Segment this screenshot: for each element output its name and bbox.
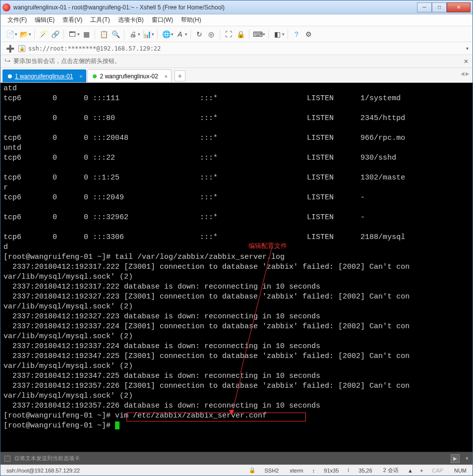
menubar: 文件(F) 编辑(E) 查看(V) 工具(T) 选项卡(B) 窗口(W) 帮助(… (0, 14, 473, 26)
wand-icon[interactable]: 🪄 (38, 29, 49, 40)
menu-help[interactable]: 帮助(H) (178, 15, 204, 25)
size-icon: ↕ (312, 468, 315, 474)
menu-window[interactable]: 窗口(W) (149, 15, 176, 25)
address-url[interactable]: ssh://root:********@192.168.57.129:22 (28, 45, 463, 52)
fullscreen-icon[interactable]: ⛶ (223, 29, 234, 40)
layout-icon[interactable]: ◧ (272, 29, 283, 40)
print-icon[interactable]: 🖨 (127, 29, 138, 40)
tipbar: ⮡ 要添加当前会话，点击左侧的箭头按钮。 ✕ (0, 55, 473, 68)
separator (124, 29, 124, 39)
maximize-button[interactable]: □ (432, 2, 447, 12)
window-title: wangruifenglinux-01 - root@wangruifeng-0… (13, 4, 417, 11)
status-term: xterm (288, 468, 305, 474)
annotation-text: 编辑配置文件 (248, 241, 287, 251)
chevron-down-icon[interactable]: ▾ (263, 32, 265, 37)
close-button[interactable]: ✕ (447, 2, 471, 12)
arrow-icon[interactable]: ⮡ (4, 58, 10, 65)
statusbar: ssh://root@192.168.57.129:22 🔒 SSH2 xter… (0, 465, 473, 476)
refresh-icon[interactable]: ↻ (194, 29, 205, 40)
separator (220, 29, 220, 39)
status-pos: 35,26 (356, 468, 374, 474)
chevron-down-icon[interactable]: ▾ (138, 32, 140, 37)
add-tab-button[interactable]: + (175, 70, 185, 81)
pos-icon: ⁞ (348, 467, 350, 474)
target-icon[interactable]: ◎ (206, 29, 217, 40)
close-tab-icon[interactable]: × (79, 73, 82, 79)
search-icon[interactable]: 🔍 (110, 29, 121, 40)
app-icon (2, 3, 10, 11)
toolbar: 📄▾ 📂▾ 🪄 🔗 🗔▾ ▦ 📋 🔍 🖨▾ 📊▾ 🌐▾ A▾ ↻ ◎ ⛶ 🔒 ⌨… (0, 26, 473, 42)
status-sessions: 2 会话 (381, 467, 401, 474)
separator (34, 29, 35, 39)
tab-label: 2 wangrufienglinux-02 (100, 73, 158, 80)
separator (95, 29, 95, 39)
chevron-down-icon[interactable]: ▾ (185, 32, 187, 37)
tip-text: 要添加当前会话，点击左侧的箭头按钮。 (13, 57, 120, 65)
chevron-down-icon[interactable]: ▾ (466, 455, 469, 462)
menu-view[interactable]: 查看(V) (59, 15, 85, 25)
tab-session-1[interactable]: 1 wangruifenglinux-01 × (2, 69, 86, 82)
tab-nav: ◀ ▶ (461, 71, 470, 76)
menu-edit[interactable]: 编辑(E) (32, 15, 58, 25)
tab-session-2[interactable]: 2 wangrufienglinux-02 × (87, 69, 171, 82)
tab-label: 1 wangruifenglinux-01 (15, 73, 73, 80)
prev-tab-icon[interactable]: ◀ (461, 71, 465, 76)
add-icon[interactable]: ➕ (4, 43, 15, 54)
send-checkbox[interactable] (4, 456, 10, 462)
window-icon[interactable]: 🗔 (67, 29, 78, 40)
menu-tools[interactable]: 工具(T) (87, 15, 113, 25)
close-tab-icon[interactable]: × (164, 73, 167, 79)
terminal-output: atd tcp6 0 0 :::111 :::* LISTEN 1/system… (3, 84, 410, 430)
status-dot-icon (93, 74, 97, 78)
window-buttons: ─ □ ✕ (417, 2, 471, 12)
addressbar: ➕ 🔒 ssh://root:********@192.168.57.129:2… (0, 42, 473, 55)
sendbar-label: 仅将文本发送到当前选项卡 (14, 455, 80, 462)
lock-icon: 🔒 (18, 45, 25, 52)
sessions-icon[interactable]: ▲ (408, 468, 413, 474)
separator (288, 29, 288, 39)
separator (190, 29, 191, 39)
gear-icon[interactable]: ⚙ (303, 29, 314, 40)
status-url: ssh://root@192.168.57.129:22 (4, 468, 82, 474)
status-size: 91x35 (322, 468, 341, 474)
keyboard-icon[interactable]: ⌨ (252, 29, 263, 40)
menu-file[interactable]: 文件(F) (4, 15, 30, 25)
globe-icon[interactable]: 🌐 (161, 29, 172, 40)
cursor (115, 421, 119, 429)
status-num: NUM (452, 468, 469, 474)
chevron-down-icon[interactable]: ▾ (171, 32, 174, 37)
chevron-down-icon[interactable]: ▾ (29, 32, 31, 37)
chevron-down-icon[interactable]: ▾ (466, 46, 469, 51)
chevron-down-icon[interactable]: ▾ (77, 32, 80, 37)
separator (157, 29, 158, 39)
menu-tab[interactable]: 选项卡(B) (115, 15, 147, 25)
chevron-down-icon[interactable]: ▾ (152, 32, 154, 37)
annotation-box (126, 413, 306, 421)
font-icon[interactable]: A (175, 29, 185, 40)
terminal[interactable]: atd tcp6 0 0 :::111 :::* LISTEN 1/system… (0, 83, 473, 452)
sendbar: 仅将文本发送到当前选项卡 ▶ ▾ (0, 452, 473, 465)
separator (249, 29, 249, 39)
plus-icon[interactable]: + (420, 468, 423, 474)
chevron-down-icon[interactable]: ▾ (15, 32, 17, 37)
separator (63, 29, 64, 39)
tabbar: 1 wangruifenglinux-01 × 2 wangrufienglin… (0, 68, 473, 83)
lock-icon: 🔒 (249, 467, 256, 474)
chevron-down-icon[interactable]: ▾ (282, 32, 285, 37)
open-icon[interactable]: 📂 (18, 29, 29, 40)
status-dot-icon (8, 74, 12, 78)
grid-icon[interactable]: ▦ (81, 29, 92, 40)
minimize-button[interactable]: ─ (417, 2, 432, 12)
copy-icon[interactable]: 📋 (98, 29, 109, 40)
status-cap: CAP (430, 468, 445, 474)
status-ssh: SSH2 (263, 468, 281, 474)
chart-icon[interactable]: 📊 (141, 29, 152, 40)
send-button[interactable]: ▶ (451, 454, 460, 463)
lock-icon[interactable]: 🔒 (235, 29, 246, 40)
separator (268, 29, 269, 39)
help-icon[interactable]: ? (291, 29, 302, 40)
close-tip-icon[interactable]: ✕ (464, 58, 469, 65)
link-icon[interactable]: 🔗 (50, 29, 60, 40)
new-icon[interactable]: 📄 (4, 29, 15, 40)
next-tab-icon[interactable]: ▶ (466, 71, 470, 76)
